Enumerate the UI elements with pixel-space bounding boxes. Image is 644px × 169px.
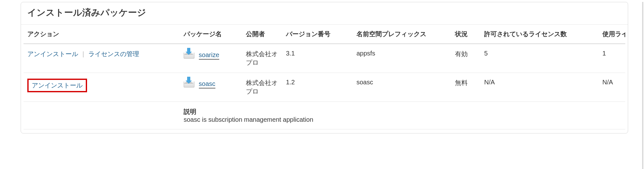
right-border-decoration — [642, 2, 643, 169]
uninstall-link[interactable]: アンインストール — [32, 82, 83, 89]
cell-package-name: soarize — [180, 44, 242, 73]
cell-licenses: 5 — [480, 44, 599, 73]
table-row: アンインストール | ライセンスの管理 soarize 株式会社オプロ 3.1 — [24, 44, 625, 73]
table-scroll-container[interactable]: アクション パッケージ名 公開者 バージョン番号 名前空間プレフィックス 状況 … — [24, 25, 625, 129]
desc-cell: 説明 soasc is subscription management appl… — [180, 102, 625, 129]
cell-namespace: soasc — [353, 73, 451, 102]
col-package-name: パッケージ名 — [180, 25, 242, 44]
description-row: 説明 soasc is subscription management appl… — [24, 102, 625, 129]
description-label: 説明 — [184, 107, 625, 116]
highlighted-uninstall: アンインストール — [27, 79, 87, 92]
download-icon — [184, 79, 194, 89]
cell-version: 1.2 — [282, 73, 353, 102]
manage-licenses-link[interactable]: ライセンスの管理 — [88, 50, 139, 57]
cell-licenses: N/A — [480, 73, 599, 102]
col-licenses: 許可されているライセンス数 — [480, 25, 599, 44]
cell-used: 1 — [599, 44, 625, 73]
viewport: インストール済みパッケージ アクション パッケージ名 公開者 バージョン番号 名… — [0, 2, 644, 169]
panel-title: インストール済みパッケージ — [21, 2, 628, 25]
col-version: バージョン番号 — [282, 25, 353, 44]
col-used: 使用ライセ — [599, 25, 625, 44]
cell-used: N/A — [599, 73, 625, 102]
action-separator: | — [80, 50, 87, 57]
desc-spacer — [24, 102, 180, 129]
cell-package-name: soasc — [180, 73, 242, 102]
installed-packages-panel: インストール済みパッケージ アクション パッケージ名 公開者 バージョン番号 名… — [21, 2, 628, 133]
package-name-link[interactable]: soarize — [199, 51, 219, 59]
cell-publisher: 株式会社オプロ — [242, 73, 282, 102]
package-name-link[interactable]: soasc — [199, 80, 215, 88]
cell-action: アンインストール — [24, 73, 180, 102]
description-text: soasc is subscription management applica… — [184, 116, 625, 123]
uninstall-link[interactable]: アンインストール — [27, 50, 78, 57]
cell-version: 3.1 — [282, 44, 353, 73]
download-icon — [184, 50, 194, 60]
cell-publisher: 株式会社オプロ — [242, 44, 282, 73]
col-publisher: 公開者 — [242, 25, 282, 44]
table-row: アンインストール soasc 株式会社オプロ 1.2 soasc 無料 — [24, 73, 625, 102]
cell-action: アンインストール | ライセンスの管理 — [24, 44, 180, 73]
cell-namespace: appsfs — [353, 44, 451, 73]
col-namespace: 名前空間プレフィックス — [353, 25, 451, 44]
col-status: 状況 — [451, 25, 480, 44]
cell-status: 無料 — [451, 73, 480, 102]
col-action: アクション — [24, 25, 180, 44]
cell-status: 有効 — [451, 44, 480, 73]
table-header-row: アクション パッケージ名 公開者 バージョン番号 名前空間プレフィックス 状況 … — [24, 25, 625, 44]
packages-table: アクション パッケージ名 公開者 バージョン番号 名前空間プレフィックス 状況 … — [24, 25, 625, 129]
